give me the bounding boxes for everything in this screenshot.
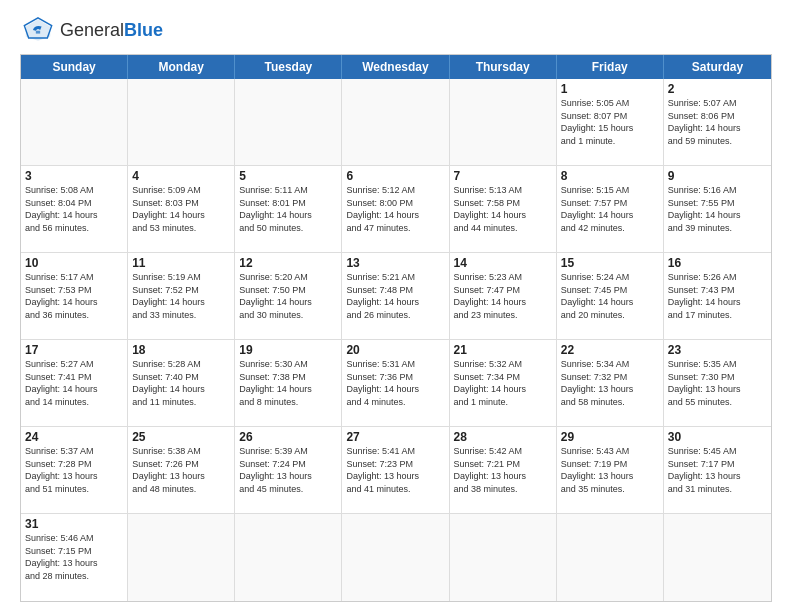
day-number: 12 [239, 256, 337, 270]
day-number: 14 [454, 256, 552, 270]
day-number: 18 [132, 343, 230, 357]
day-number: 28 [454, 430, 552, 444]
day-number: 29 [561, 430, 659, 444]
day-number: 9 [668, 169, 767, 183]
day-info: Sunrise: 5:05 AM Sunset: 8:07 PM Dayligh… [561, 97, 659, 147]
day-number: 22 [561, 343, 659, 357]
day-number: 27 [346, 430, 444, 444]
day-number: 11 [132, 256, 230, 270]
day-cell-5: 5Sunrise: 5:11 AM Sunset: 8:01 PM Daylig… [235, 166, 342, 253]
empty-cell [235, 79, 342, 166]
day-info: Sunrise: 5:32 AM Sunset: 7:34 PM Dayligh… [454, 358, 552, 408]
day-number: 10 [25, 256, 123, 270]
calendar-body: 1Sunrise: 5:05 AM Sunset: 8:07 PM Daylig… [21, 79, 771, 601]
day-info: Sunrise: 5:15 AM Sunset: 7:57 PM Dayligh… [561, 184, 659, 234]
day-info: Sunrise: 5:17 AM Sunset: 7:53 PM Dayligh… [25, 271, 123, 321]
logo-icon [20, 16, 56, 44]
calendar: SundayMondayTuesdayWednesdayThursdayFrid… [20, 54, 772, 602]
day-info: Sunrise: 5:26 AM Sunset: 7:43 PM Dayligh… [668, 271, 767, 321]
day-cell-29: 29Sunrise: 5:43 AM Sunset: 7:19 PM Dayli… [557, 427, 664, 514]
day-info: Sunrise: 5:39 AM Sunset: 7:24 PM Dayligh… [239, 445, 337, 495]
day-cell-1: 1Sunrise: 5:05 AM Sunset: 8:07 PM Daylig… [557, 79, 664, 166]
day-cell-18: 18Sunrise: 5:28 AM Sunset: 7:40 PM Dayli… [128, 340, 235, 427]
weekday-header-monday: Monday [128, 55, 235, 79]
weekday-header-saturday: Saturday [664, 55, 771, 79]
weekday-header-thursday: Thursday [450, 55, 557, 79]
day-cell-14: 14Sunrise: 5:23 AM Sunset: 7:47 PM Dayli… [450, 253, 557, 340]
empty-cell [128, 79, 235, 166]
day-cell-2: 2Sunrise: 5:07 AM Sunset: 8:06 PM Daylig… [664, 79, 771, 166]
day-info: Sunrise: 5:42 AM Sunset: 7:21 PM Dayligh… [454, 445, 552, 495]
day-info: Sunrise: 5:21 AM Sunset: 7:48 PM Dayligh… [346, 271, 444, 321]
day-cell-24: 24Sunrise: 5:37 AM Sunset: 7:28 PM Dayli… [21, 427, 128, 514]
day-info: Sunrise: 5:20 AM Sunset: 7:50 PM Dayligh… [239, 271, 337, 321]
day-number: 2 [668, 82, 767, 96]
page: GeneralBlue SundayMondayTuesdayWednesday… [0, 0, 792, 612]
day-number: 4 [132, 169, 230, 183]
day-number: 25 [132, 430, 230, 444]
empty-cell [342, 514, 449, 601]
day-number: 3 [25, 169, 123, 183]
day-info: Sunrise: 5:09 AM Sunset: 8:03 PM Dayligh… [132, 184, 230, 234]
day-number: 5 [239, 169, 337, 183]
day-info: Sunrise: 5:11 AM Sunset: 8:01 PM Dayligh… [239, 184, 337, 234]
day-info: Sunrise: 5:19 AM Sunset: 7:52 PM Dayligh… [132, 271, 230, 321]
day-cell-3: 3Sunrise: 5:08 AM Sunset: 8:04 PM Daylig… [21, 166, 128, 253]
empty-cell [450, 514, 557, 601]
calendar-header: SundayMondayTuesdayWednesdayThursdayFrid… [21, 55, 771, 79]
logo-text: GeneralBlue [60, 20, 163, 41]
day-cell-19: 19Sunrise: 5:30 AM Sunset: 7:38 PM Dayli… [235, 340, 342, 427]
day-info: Sunrise: 5:43 AM Sunset: 7:19 PM Dayligh… [561, 445, 659, 495]
day-cell-6: 6Sunrise: 5:12 AM Sunset: 8:00 PM Daylig… [342, 166, 449, 253]
day-cell-8: 8Sunrise: 5:15 AM Sunset: 7:57 PM Daylig… [557, 166, 664, 253]
day-cell-23: 23Sunrise: 5:35 AM Sunset: 7:30 PM Dayli… [664, 340, 771, 427]
day-number: 8 [561, 169, 659, 183]
empty-cell [128, 514, 235, 601]
day-info: Sunrise: 5:08 AM Sunset: 8:04 PM Dayligh… [25, 184, 123, 234]
day-cell-10: 10Sunrise: 5:17 AM Sunset: 7:53 PM Dayli… [21, 253, 128, 340]
day-cell-9: 9Sunrise: 5:16 AM Sunset: 7:55 PM Daylig… [664, 166, 771, 253]
day-cell-15: 15Sunrise: 5:24 AM Sunset: 7:45 PM Dayli… [557, 253, 664, 340]
day-info: Sunrise: 5:12 AM Sunset: 8:00 PM Dayligh… [346, 184, 444, 234]
day-info: Sunrise: 5:27 AM Sunset: 7:41 PM Dayligh… [25, 358, 123, 408]
day-info: Sunrise: 5:34 AM Sunset: 7:32 PM Dayligh… [561, 358, 659, 408]
empty-cell [450, 79, 557, 166]
empty-cell [342, 79, 449, 166]
day-number: 1 [561, 82, 659, 96]
day-cell-4: 4Sunrise: 5:09 AM Sunset: 8:03 PM Daylig… [128, 166, 235, 253]
day-cell-26: 26Sunrise: 5:39 AM Sunset: 7:24 PM Dayli… [235, 427, 342, 514]
day-number: 19 [239, 343, 337, 357]
day-number: 21 [454, 343, 552, 357]
day-number: 30 [668, 430, 767, 444]
weekday-header-sunday: Sunday [21, 55, 128, 79]
day-info: Sunrise: 5:41 AM Sunset: 7:23 PM Dayligh… [346, 445, 444, 495]
day-info: Sunrise: 5:07 AM Sunset: 8:06 PM Dayligh… [668, 97, 767, 147]
day-cell-7: 7Sunrise: 5:13 AM Sunset: 7:58 PM Daylig… [450, 166, 557, 253]
day-info: Sunrise: 5:16 AM Sunset: 7:55 PM Dayligh… [668, 184, 767, 234]
weekday-header-wednesday: Wednesday [342, 55, 449, 79]
day-number: 24 [25, 430, 123, 444]
day-cell-17: 17Sunrise: 5:27 AM Sunset: 7:41 PM Dayli… [21, 340, 128, 427]
day-number: 31 [25, 517, 123, 531]
weekday-header-friday: Friday [557, 55, 664, 79]
day-number: 7 [454, 169, 552, 183]
day-cell-20: 20Sunrise: 5:31 AM Sunset: 7:36 PM Dayli… [342, 340, 449, 427]
day-info: Sunrise: 5:30 AM Sunset: 7:38 PM Dayligh… [239, 358, 337, 408]
day-number: 20 [346, 343, 444, 357]
day-cell-31: 31Sunrise: 5:46 AM Sunset: 7:15 PM Dayli… [21, 514, 128, 601]
day-number: 23 [668, 343, 767, 357]
header: GeneralBlue [20, 16, 772, 44]
day-cell-27: 27Sunrise: 5:41 AM Sunset: 7:23 PM Dayli… [342, 427, 449, 514]
empty-cell [235, 514, 342, 601]
empty-cell [21, 79, 128, 166]
day-cell-30: 30Sunrise: 5:45 AM Sunset: 7:17 PM Dayli… [664, 427, 771, 514]
day-info: Sunrise: 5:31 AM Sunset: 7:36 PM Dayligh… [346, 358, 444, 408]
empty-cell [557, 514, 664, 601]
day-cell-21: 21Sunrise: 5:32 AM Sunset: 7:34 PM Dayli… [450, 340, 557, 427]
day-cell-12: 12Sunrise: 5:20 AM Sunset: 7:50 PM Dayli… [235, 253, 342, 340]
day-info: Sunrise: 5:23 AM Sunset: 7:47 PM Dayligh… [454, 271, 552, 321]
day-cell-16: 16Sunrise: 5:26 AM Sunset: 7:43 PM Dayli… [664, 253, 771, 340]
empty-cell [664, 514, 771, 601]
weekday-header-tuesday: Tuesday [235, 55, 342, 79]
day-cell-11: 11Sunrise: 5:19 AM Sunset: 7:52 PM Dayli… [128, 253, 235, 340]
